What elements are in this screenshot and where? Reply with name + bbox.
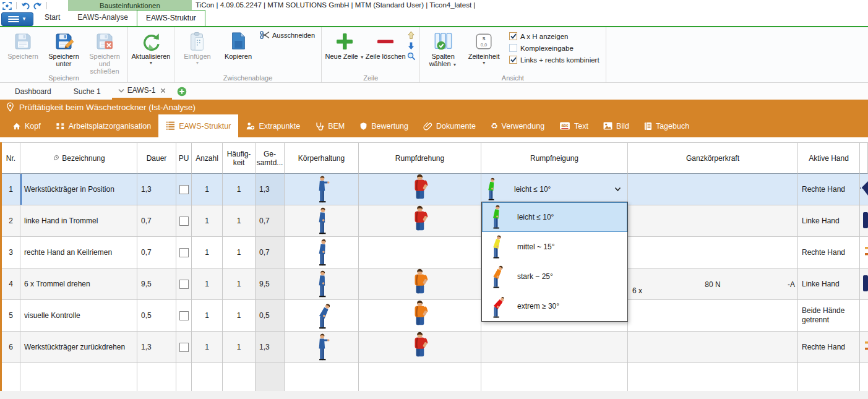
zeile-loeschen-button[interactable]: Zeile löschen <box>365 28 406 60</box>
app-menu-button[interactable]: ▼ <box>1 12 33 26</box>
cell-bezeichnung[interactable] <box>20 363 137 395</box>
tab-menu-chevron-icon[interactable] <box>118 88 124 93</box>
column-header-rd[interactable]: Rumpfdrehung <box>359 142 481 174</box>
checkbox-links-rechts-kombiniert[interactable]: Links + rechts kombiniert <box>509 56 599 64</box>
redo-icon[interactable] <box>33 2 42 10</box>
cell-anzahl[interactable]: 1 <box>192 332 223 363</box>
analysis-tab-text[interactable]: abcText <box>552 114 596 137</box>
analysis-tab-eaws-struktur[interactable]: EAWS-Struktur <box>158 114 238 137</box>
column-header-dauer[interactable]: Dauer <box>137 142 176 174</box>
cell-haeufigkeit[interactable] <box>223 363 256 395</box>
column-header-nr[interactable]: Nr. <box>2 142 20 174</box>
column-header-rn[interactable]: Rumpfneigung <box>481 142 628 174</box>
speichern-und-schliessen-button[interactable]: Speichern und schließen <box>84 28 125 75</box>
cell-aktive-hand[interactable]: Linke Hand <box>798 205 860 237</box>
dropdown-option[interactable]: mittel ~ 15° <box>482 232 627 262</box>
cell-rumpfdrehung[interactable] <box>359 300 481 332</box>
cell-bezeichnung[interactable]: visuelle Kontrolle <box>20 300 137 332</box>
cell-anzahl[interactable]: 1 <box>192 300 223 332</box>
cell-bezeichnung[interactable]: rechte Hand an Keilriemen <box>20 237 137 268</box>
analysis-tab-verwendung[interactable]: ♻Verwendung <box>483 114 552 137</box>
cell-aktive-hand[interactable] <box>798 363 860 395</box>
app-logo-icon[interactable] <box>2 2 12 10</box>
cell-anzahl[interactable]: 1 <box>192 268 223 300</box>
cell-koerperhaltung[interactable] <box>285 268 359 300</box>
speichern-button[interactable]: Speichern <box>2 28 43 60</box>
cell-ganzkoerperkraft[interactable] <box>628 174 798 205</box>
cell-dauer[interactable] <box>137 363 176 395</box>
cell-rumpfneigung[interactable] <box>481 332 628 363</box>
cell-anzahl[interactable] <box>192 363 223 395</box>
cell-koerperhaltung[interactable] <box>285 205 359 237</box>
document-tab-suche-1[interactable]: Suche 1 <box>62 83 112 100</box>
cell-rumpfneigung[interactable] <box>481 363 628 395</box>
ribbon-tab-eaws-struktur[interactable]: EAWS-Struktur <box>137 10 205 26</box>
analysis-tab-dokumente[interactable]: Dokumente <box>416 114 483 137</box>
cell-ganzkoerperkraft[interactable]: 6 x 80 N -A <box>628 268 798 300</box>
cell-ganzkoerperkraft[interactable] <box>628 237 798 268</box>
close-icon[interactable] <box>160 88 166 93</box>
dropdown-option[interactable]: leicht ≤ 10° <box>482 202 627 232</box>
cell-ganzkoerperkraft[interactable] <box>628 363 798 395</box>
cell-koerperhaltung[interactable] <box>285 174 359 205</box>
table-row[interactable]: 6Werkstückträger zurückdrehen1,3111,3 Re… <box>2 332 868 363</box>
pu-checkbox[interactable] <box>179 343 189 352</box>
zeiteinheit-button[interactable]: s0,0 Zeiteinheit▼ <box>463 28 504 65</box>
einfuegen-button[interactable]: Einfügen▼ <box>177 28 218 65</box>
cell-koerperhaltung[interactable] <box>285 332 359 363</box>
cell-dauer[interactable]: 0,5 <box>137 300 176 332</box>
checkbox-komplexeingabe[interactable]: Komplexeingabe <box>509 44 599 52</box>
chevron-down-icon[interactable] <box>614 185 621 194</box>
column-header-gkk[interactable]: Ganzkörperkraft <box>628 142 798 174</box>
aktualisieren-button[interactable]: Aktualisieren▼ <box>131 28 171 65</box>
cell-aktive-hand[interactable]: Rechte Hand <box>798 332 860 363</box>
cell-bezeichnung[interactable]: 6 x Trommel drehen <box>20 268 137 300</box>
column-header-anzahl[interactable]: Anzahl <box>192 142 223 174</box>
cell-ganzkoerperkraft[interactable] <box>628 332 798 363</box>
cell-haeufigkeit[interactable]: 1 <box>223 300 256 332</box>
column-header-edge[interactable] <box>860 142 868 174</box>
cell-bezeichnung[interactable]: Werkstückträger in Position <box>20 174 137 205</box>
ribbon-tab-start[interactable]: Start <box>36 10 69 25</box>
cell-haeufigkeit[interactable]: 1 <box>223 174 256 205</box>
cell-rumpfdrehung[interactable] <box>359 205 481 237</box>
cell-aktive-hand[interactable]: Linke Hand <box>798 268 860 300</box>
column-header-hand[interactable]: Aktive Hand <box>798 142 860 174</box>
magnifier-icon[interactable] <box>407 52 416 61</box>
column-header-bez[interactable]: Bezeichnung <box>20 142 137 174</box>
cell-dauer[interactable]: 1,3 <box>137 174 176 205</box>
spalten-waehlen-button[interactable]: Spalten wählen ▼ <box>423 28 463 69</box>
ribbon-tab-eaws-analyse[interactable]: EAWS-Analyse <box>69 10 137 25</box>
cell-koerperhaltung[interactable] <box>285 237 359 268</box>
cell-rumpfdrehung[interactable] <box>359 268 481 300</box>
pu-checkbox[interactable] <box>179 311 189 320</box>
pu-checkbox[interactable] <box>179 185 189 194</box>
analysis-tab-bild[interactable]: Bild <box>596 114 637 137</box>
ausschneiden-button[interactable]: Ausschneiden <box>260 31 315 39</box>
cell-haeufigkeit[interactable]: 1 <box>223 332 256 363</box>
cell-aktive-hand[interactable]: Beide Hände getrennt <box>798 300 860 332</box>
table-row[interactable]: 1Werkstückträger in Position1,3111,3 <box>2 174 868 205</box>
checkbox-box[interactable] <box>509 32 517 40</box>
cell-aktive-hand[interactable]: Rechte Hand <box>798 237 860 268</box>
cell-koerperhaltung[interactable] <box>285 300 359 332</box>
cell-haeufigkeit[interactable]: 1 <box>223 268 256 300</box>
analysis-tab-bem[interactable]: BEM <box>307 114 352 137</box>
cell-anzahl[interactable]: 1 <box>192 205 223 237</box>
cell-ganzkoerperkraft[interactable] <box>628 300 798 332</box>
cell-haeufigkeit[interactable]: 1 <box>223 205 256 237</box>
pu-checkbox[interactable] <box>179 248 189 257</box>
pu-checkbox[interactable] <box>179 280 189 289</box>
checkbox-box[interactable] <box>509 44 517 52</box>
column-header-kh[interactable]: Körperhaltung <box>285 142 359 174</box>
table-row[interactable] <box>2 363 868 395</box>
cell-rumpfneigung[interactable]: leicht ≤ 10° <box>481 174 628 205</box>
document-tab-dashboard[interactable]: Dashboard <box>4 83 62 100</box>
checkbox-a-x-h-anzeigen[interactable]: A x H anzeigen <box>509 32 599 40</box>
table-row[interactable]: 2linke Hand in Trommel0,7110,7 Linke Han… <box>2 205 868 237</box>
column-header-hk[interactable]: Häufig- keit <box>223 142 256 174</box>
new-tab-button[interactable] <box>177 87 187 97</box>
analysis-tab-bewertung[interactable]: Bewertung <box>352 114 416 137</box>
cell-dauer[interactable]: 0,7 <box>137 205 176 237</box>
arrow-up-icon[interactable] <box>407 31 416 40</box>
